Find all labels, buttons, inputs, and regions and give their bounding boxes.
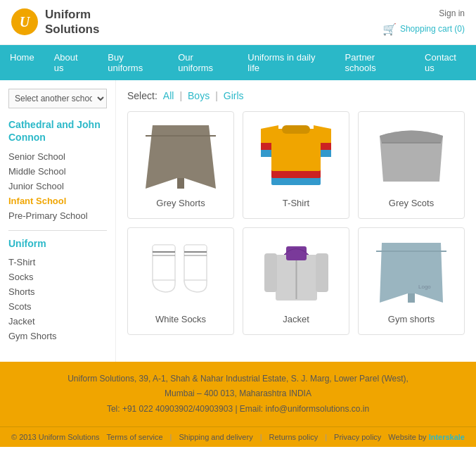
main-content: Select: All | Boys | Girls Grey Shorts [116, 80, 476, 362]
product-card-tshirt[interactable]: T-Shirt [243, 111, 349, 219]
svg-rect-23 [264, 253, 277, 292]
svg-rect-15 [153, 245, 175, 252]
logo-icon: U [11, 8, 38, 35]
sidebar-divider [8, 230, 107, 231]
footer-interskale-link[interactable]: Interskale [429, 433, 465, 441]
footer-link-returns[interactable]: Returns policy [269, 433, 319, 441]
product-card-jacket[interactable]: Jacket [243, 227, 349, 335]
logo-text: Uniform Solutions [45, 7, 99, 37]
svg-rect-12 [282, 125, 310, 134]
product-name-tshirt: T-Shirt [283, 198, 309, 208]
footer-bottom: © 2013 Uniform Solutions Terms of servic… [0, 426, 476, 447]
content-area: Select another school Cathedral and John… [0, 80, 476, 362]
school-select-wrapper[interactable]: Select another school [8, 89, 107, 108]
product-name-jacket: Jacket [283, 314, 309, 324]
products-grid: Grey Shorts [127, 111, 465, 335]
nav: Home About us Buy uniforms Our uniforms … [0, 45, 476, 80]
footer-website-by: Website by Interskale [388, 433, 465, 441]
sidebar-item-jacket[interactable]: Jacket [8, 314, 107, 329]
footer-link-shipping[interactable]: Shipping and delivery [179, 433, 252, 441]
sidebar-item-socks[interactable]: Socks [8, 270, 107, 284]
svg-marker-11 [314, 125, 331, 143]
header: U Uniform Solutions Sign in 🛒 Shopping c… [0, 0, 476, 45]
nav-our[interactable]: Our uniforms [168, 45, 238, 80]
filter-bar: Select: All | Boys | Girls [127, 90, 465, 101]
product-card-grey-scots[interactable]: Grey Scots [358, 111, 465, 219]
product-image-grey-scots [373, 122, 450, 192]
nav-daily[interactable]: Uniforms in daily life [238, 45, 335, 80]
cart-icon: 🛒 [382, 23, 397, 36]
product-card-gym-shorts[interactable]: Logo Gym shorts [358, 227, 465, 335]
product-image-gym-shorts: Logo [373, 238, 450, 308]
footer-address-1: Uniform Solutions, 39, A-1, Shah & Nahar… [10, 372, 466, 387]
footer-sep-3: | [325, 433, 327, 441]
footer-address-2: Mumbai – 400 013, Maharashtra INDIA [10, 386, 466, 402]
product-image-tshirt [257, 122, 335, 192]
footer-sep-1: | [170, 433, 172, 441]
select-label: Select: [127, 90, 157, 101]
sidebar-item-shorts[interactable]: Shorts [8, 284, 107, 299]
sidebar: Select another school Cathedral and John… [0, 80, 116, 362]
nav-buy[interactable]: Buy uniforms [98, 45, 168, 80]
sidebar-item-scots[interactable]: Scots [8, 299, 107, 314]
product-image-jacket [257, 238, 335, 308]
svg-rect-19 [184, 245, 207, 252]
header-right: Sign in 🛒 Shopping cart (0) [382, 8, 465, 36]
logo: U Uniform Solutions [11, 7, 99, 37]
footer-link-terms[interactable]: Terms of service [107, 433, 163, 441]
product-image-white-socks [142, 238, 219, 308]
nav-about[interactable]: About us [44, 45, 98, 80]
sidebar-item-junior-school[interactable]: Junior School [8, 179, 107, 194]
footer-sep-2: | [260, 433, 262, 441]
footer-link-privacy[interactable]: Privacy policy [334, 433, 381, 441]
uniform-section-title: Uniform [8, 238, 107, 249]
nav-partner[interactable]: Partner schools [335, 45, 416, 80]
filter-all[interactable]: All [163, 90, 174, 101]
nav-home[interactable]: Home [0, 45, 44, 80]
product-card-grey-shorts[interactable]: Grey Shorts [127, 111, 234, 219]
filter-separator-2: | [215, 90, 218, 101]
svg-text:Logo: Logo [418, 284, 431, 290]
cart-label: Shopping cart (0) [400, 24, 465, 34]
sidebar-item-gym-shorts[interactable]: Gym Shorts [8, 329, 107, 343]
filter-separator-1: | [179, 90, 182, 101]
product-image-grey-shorts [142, 122, 219, 192]
school-section-title: Cathedral and John Connon [8, 118, 107, 144]
footer-copyright: © 2013 Uniform Solutions [11, 433, 100, 441]
product-name-gym-shorts: Gym shorts [388, 314, 435, 324]
footer-top: Uniform Solutions, 39, A-1, Shah & Nahar… [0, 362, 476, 427]
sidebar-item-senior-school[interactable]: Senior School [8, 149, 107, 164]
sidebar-item-middle-school[interactable]: Middle School [8, 164, 107, 179]
filter-girls[interactable]: Girls [224, 90, 244, 101]
footer-links: Terms of service | Shipping and delivery… [107, 433, 382, 441]
svg-rect-9 [271, 129, 321, 171]
sidebar-item-tshirt[interactable]: T-Shirt [8, 255, 107, 270]
school-select[interactable]: Select another school [8, 89, 107, 108]
footer-contact: Tel: +91 022 40903902/40903903 | Email: … [10, 402, 466, 417]
filter-boys[interactable]: Boys [188, 90, 210, 101]
sign-in-link[interactable]: Sign in [439, 8, 465, 18]
sidebar-item-preprimary-school[interactable]: Pre-Primary School [8, 208, 107, 223]
product-name-grey-scots: Grey Scots [389, 198, 434, 208]
cart[interactable]: 🛒 Shopping cart (0) [382, 23, 465, 36]
svg-rect-24 [316, 253, 328, 292]
svg-marker-10 [261, 125, 278, 143]
product-name-grey-shorts: Grey Shorts [156, 198, 205, 208]
sidebar-item-infant-school[interactable]: Infant School [8, 194, 107, 208]
product-name-white-socks: White Socks [155, 314, 206, 324]
nav-contact[interactable]: Contact us [415, 45, 476, 80]
product-card-white-socks[interactable]: White Socks [127, 227, 234, 335]
